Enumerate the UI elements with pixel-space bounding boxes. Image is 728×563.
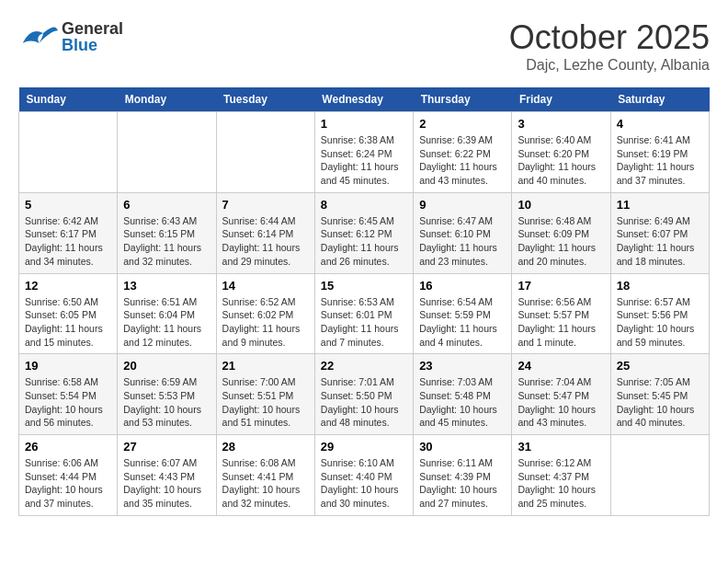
day-cell: 4Sunrise: 6:41 AM Sunset: 6:19 PM Daylig… [610,112,709,193]
day-info: Sunrise: 6:48 AM Sunset: 6:09 PM Dayligh… [518,214,604,269]
day-number: 23 [419,359,506,373]
week-row-5: 26Sunrise: 6:06 AM Sunset: 4:44 PM Dayli… [19,435,710,516]
day-number: 25 [617,359,703,373]
day-info: Sunrise: 6:11 AM Sunset: 4:39 PM Dayligh… [419,456,506,511]
weekday-monday: Monday [118,87,216,112]
weekday-friday: Friday [512,87,610,112]
day-cell: 17Sunrise: 6:56 AM Sunset: 5:57 PM Dayli… [512,273,610,354]
day-cell: 7Sunrise: 6:44 AM Sunset: 6:14 PM Daylig… [216,192,314,273]
day-info: Sunrise: 6:44 AM Sunset: 6:14 PM Dayligh… [222,214,309,269]
day-number: 22 [321,359,407,373]
day-number: 17 [518,279,604,293]
logo-name: General Blue [62,20,123,53]
day-cell: 12Sunrise: 6:50 AM Sunset: 6:05 PM Dayli… [19,273,118,354]
day-info: Sunrise: 7:00 AM Sunset: 5:51 PM Dayligh… [222,375,309,430]
day-cell: 15Sunrise: 6:53 AM Sunset: 6:01 PM Dayli… [314,273,413,354]
day-number: 30 [419,440,506,454]
day-info: Sunrise: 7:05 AM Sunset: 5:45 PM Dayligh… [617,375,703,430]
day-info: Sunrise: 6:40 AM Sunset: 6:20 PM Dayligh… [518,133,604,188]
weekday-tuesday: Tuesday [216,87,314,112]
day-cell: 22Sunrise: 7:01 AM Sunset: 5:50 PM Dayli… [314,354,413,435]
day-cell: 1Sunrise: 6:38 AM Sunset: 6:24 PM Daylig… [314,112,413,193]
day-info: Sunrise: 6:57 AM Sunset: 5:56 PM Dayligh… [617,295,703,350]
day-cell: 19Sunrise: 6:58 AM Sunset: 5:54 PM Dayli… [19,354,118,435]
day-cell: 27Sunrise: 6:07 AM Sunset: 4:43 PM Dayli… [118,435,216,516]
day-cell: 9Sunrise: 6:47 AM Sunset: 6:10 PM Daylig… [414,192,512,273]
day-number: 1 [321,117,407,131]
location: Dajc, Lezhe County, Albania [509,57,710,74]
day-cell: 21Sunrise: 7:00 AM Sunset: 5:51 PM Dayli… [216,354,314,435]
day-number: 7 [222,198,309,212]
day-info: Sunrise: 6:52 AM Sunset: 6:02 PM Dayligh… [222,295,309,350]
day-cell: 16Sunrise: 6:54 AM Sunset: 5:59 PM Dayli… [414,273,512,354]
day-number: 14 [222,279,309,293]
day-info: Sunrise: 6:43 AM Sunset: 6:15 PM Dayligh… [123,214,210,269]
week-row-4: 19Sunrise: 6:58 AM Sunset: 5:54 PM Dayli… [19,354,710,435]
day-info: Sunrise: 6:06 AM Sunset: 4:44 PM Dayligh… [25,456,111,511]
weekday-header-row: SundayMondayTuesdayWednesdayThursdayFrid… [19,87,710,112]
day-number: 3 [518,117,604,131]
weekday-thursday: Thursday [414,87,512,112]
day-number: 5 [25,198,111,212]
day-cell: 10Sunrise: 6:48 AM Sunset: 6:09 PM Dayli… [512,192,610,273]
week-row-1: 1Sunrise: 6:38 AM Sunset: 6:24 PM Daylig… [19,112,710,193]
day-number: 16 [419,279,506,293]
week-row-3: 12Sunrise: 6:50 AM Sunset: 6:05 PM Dayli… [19,273,710,354]
calendar: SundayMondayTuesdayWednesdayThursdayFrid… [18,87,710,516]
day-info: Sunrise: 6:12 AM Sunset: 4:37 PM Dayligh… [518,456,604,511]
logo: General Blue [18,18,123,55]
day-cell: 11Sunrise: 6:49 AM Sunset: 6:07 PM Dayli… [610,192,709,273]
weekday-sunday: Sunday [19,87,118,112]
day-number: 12 [25,279,111,293]
day-info: Sunrise: 6:45 AM Sunset: 6:12 PM Dayligh… [321,214,407,269]
header: General Blue October 2025 Dajc, Lezhe Co… [18,18,710,74]
day-cell: 2Sunrise: 6:39 AM Sunset: 6:22 PM Daylig… [414,112,512,193]
day-info: Sunrise: 7:03 AM Sunset: 5:48 PM Dayligh… [419,375,506,430]
day-cell: 26Sunrise: 6:06 AM Sunset: 4:44 PM Dayli… [19,435,118,516]
day-number: 21 [222,359,309,373]
day-number: 20 [123,359,210,373]
day-number: 31 [518,440,604,454]
day-number: 9 [419,198,506,212]
weekday-wednesday: Wednesday [314,87,413,112]
month-title: October 2025 [509,18,710,57]
day-number: 19 [25,359,111,373]
day-info: Sunrise: 6:54 AM Sunset: 5:59 PM Dayligh… [419,295,506,350]
day-cell [216,112,314,193]
day-cell: 8Sunrise: 6:45 AM Sunset: 6:12 PM Daylig… [314,192,413,273]
day-number: 29 [321,440,407,454]
day-info: Sunrise: 7:01 AM Sunset: 5:50 PM Dayligh… [321,375,407,430]
day-cell: 30Sunrise: 6:11 AM Sunset: 4:39 PM Dayli… [414,435,512,516]
day-info: Sunrise: 6:42 AM Sunset: 6:17 PM Dayligh… [25,214,111,269]
day-cell: 23Sunrise: 7:03 AM Sunset: 5:48 PM Dayli… [414,354,512,435]
day-number: 15 [321,279,407,293]
day-number: 13 [123,279,210,293]
day-info: Sunrise: 6:39 AM Sunset: 6:22 PM Dayligh… [419,133,506,188]
day-number: 27 [123,440,210,454]
day-number: 2 [419,117,506,131]
day-number: 4 [617,117,703,131]
day-number: 11 [617,198,703,212]
day-cell: 28Sunrise: 6:08 AM Sunset: 4:41 PM Dayli… [216,435,314,516]
day-number: 18 [617,279,703,293]
day-cell [19,112,118,193]
day-cell: 13Sunrise: 6:51 AM Sunset: 6:04 PM Dayli… [118,273,216,354]
day-cell: 25Sunrise: 7:05 AM Sunset: 5:45 PM Dayli… [610,354,709,435]
day-info: Sunrise: 6:58 AM Sunset: 5:54 PM Dayligh… [25,375,111,430]
logo-blue-text: Blue [62,37,123,53]
day-info: Sunrise: 6:53 AM Sunset: 6:01 PM Dayligh… [321,295,407,350]
day-info: Sunrise: 6:59 AM Sunset: 5:53 PM Dayligh… [123,375,210,430]
day-info: Sunrise: 6:51 AM Sunset: 6:04 PM Dayligh… [123,295,210,350]
day-cell: 29Sunrise: 6:10 AM Sunset: 4:40 PM Dayli… [314,435,413,516]
day-cell: 3Sunrise: 6:40 AM Sunset: 6:20 PM Daylig… [512,112,610,193]
day-info: Sunrise: 7:04 AM Sunset: 5:47 PM Dayligh… [518,375,604,430]
day-cell [610,435,709,516]
logo-general-text: General [62,20,123,37]
day-cell: 14Sunrise: 6:52 AM Sunset: 6:02 PM Dayli… [216,273,314,354]
day-cell: 6Sunrise: 6:43 AM Sunset: 6:15 PM Daylig… [118,192,216,273]
day-info: Sunrise: 6:08 AM Sunset: 4:41 PM Dayligh… [222,456,309,511]
weekday-saturday: Saturday [610,87,709,112]
day-info: Sunrise: 6:38 AM Sunset: 6:24 PM Dayligh… [321,133,407,188]
day-cell: 5Sunrise: 6:42 AM Sunset: 6:17 PM Daylig… [19,192,118,273]
day-info: Sunrise: 6:56 AM Sunset: 5:57 PM Dayligh… [518,295,604,350]
